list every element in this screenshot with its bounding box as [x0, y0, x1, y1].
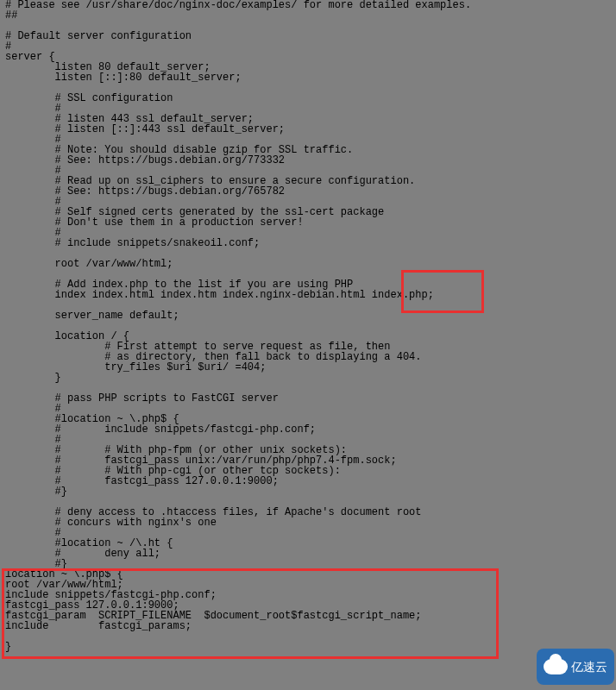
code-line: # See: https://bugs.debian.org/765782 — [5, 186, 611, 197]
logo-text: 亿速云 — [571, 662, 607, 672]
code-line: # SSL configuration — [5, 93, 611, 104]
yisu-logo: 亿速云 — [537, 649, 614, 685]
config-file-content: # Please see /usr/share/doc/nginx-doc/ex… — [5, 0, 611, 652]
code-line: # include snippets/snakeoil.conf; — [5, 238, 611, 248]
code-line: # Default server configuration — [5, 31, 611, 41]
code-line: include fastcgi_params; — [5, 621, 611, 631]
code-line: # include snippets/fastcgi-php.conf; — [5, 424, 611, 435]
code-line — [5, 631, 611, 642]
code-line: #} — [5, 486, 611, 497]
code-line: # Please see /usr/share/doc/nginx-doc/ex… — [5, 0, 611, 10]
code-line: # pass PHP scripts to FastCGI server — [5, 393, 611, 404]
code-line: root /var/www/html; — [5, 259, 611, 269]
code-line: listen [::]:80 default_server; — [5, 72, 611, 83]
code-line: # — [5, 41, 611, 52]
code-line: # deny all; — [5, 549, 611, 559]
code-line: try_files $uri $uri/ =404; — [5, 362, 611, 373]
code-line: # listen [::]:443 ssl default_server; — [5, 124, 611, 135]
code-line: # See: https://bugs.debian.org/773332 — [5, 155, 611, 166]
code-line: } — [5, 642, 611, 652]
code-line: index index.html index.htm index.nginx-d… — [5, 290, 611, 300]
code-line: } — [5, 373, 611, 383]
code-line: # fastcgi_pass 127.0.0.1:9000; — [5, 476, 611, 486]
cloud-icon — [544, 659, 568, 674]
code-line: ## — [5, 10, 611, 21]
code-line: server_name default; — [5, 310, 611, 321]
code-line: # Don't use them in a production server! — [5, 217, 611, 228]
code-line: # concurs with nginx's one — [5, 518, 611, 528]
